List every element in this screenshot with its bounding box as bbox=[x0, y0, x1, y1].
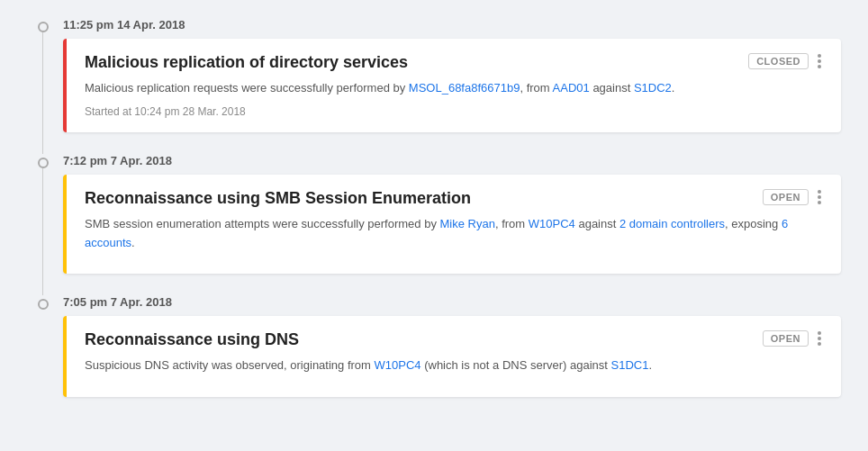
timeline: 11:25 pm 14 Apr. 2018 Malicious replicat… bbox=[27, 18, 841, 397]
timeline-timestamp: 7:12 pm 7 Apr. 2018 bbox=[63, 154, 841, 167]
card-header: Reconnaissance using DNS OPEN bbox=[85, 330, 823, 349]
timeline-dot bbox=[38, 158, 49, 168]
timeline-item: 11:25 pm 14 Apr. 2018 Malicious replicat… bbox=[63, 18, 841, 132]
link-aad01[interactable]: AAD01 bbox=[553, 81, 590, 95]
card-description: Malicious replication requests were succ… bbox=[85, 79, 823, 98]
card-header: Reconnaissance using SMB Session Enumera… bbox=[85, 189, 823, 208]
link-mikeryan[interactable]: Mike Ryan bbox=[440, 217, 495, 230]
timeline-timestamp: 11:25 pm 14 Apr. 2018 bbox=[63, 18, 841, 32]
more-options-button[interactable] bbox=[816, 190, 823, 204]
link-domain-controllers[interactable]: 2 domain controllers bbox=[619, 217, 725, 230]
link-s1dc1[interactable]: S1DC1 bbox=[611, 358, 649, 372]
card-title: Malicious replication of directory servi… bbox=[85, 53, 734, 72]
link-msol[interactable]: MSOL_68fa8f6671b9 bbox=[409, 81, 520, 95]
link-s1dc2[interactable]: S1DC2 bbox=[634, 81, 672, 95]
alert-card: Reconnaissance using DNS OPEN Suspicious… bbox=[63, 316, 841, 397]
link-w10pc4[interactable]: W10PC4 bbox=[529, 217, 575, 230]
alert-card: Reconnaissance using SMB Session Enumera… bbox=[63, 175, 841, 275]
status-badge: OPEN bbox=[763, 189, 809, 205]
card-description: Suspicious DNS activity was observed, or… bbox=[85, 356, 823, 375]
status-badge: OPEN bbox=[763, 330, 809, 347]
more-options-button[interactable] bbox=[816, 331, 823, 346]
timeline-line bbox=[42, 32, 43, 154]
timeline-dot bbox=[38, 299, 49, 310]
card-actions: OPEN bbox=[763, 330, 823, 347]
timeline-item: 7:05 pm 7 Apr. 2018 Reconnaissance using… bbox=[63, 295, 841, 397]
timeline-line bbox=[42, 168, 43, 296]
status-badge: CLOSED bbox=[748, 53, 809, 69]
card-header: Malicious replication of directory servi… bbox=[85, 53, 823, 72]
more-options-button[interactable] bbox=[816, 54, 823, 68]
alert-card: Malicious replication of directory servi… bbox=[63, 39, 841, 132]
card-title: Reconnaissance using SMB Session Enumera… bbox=[85, 189, 748, 208]
card-meta: Started at 10:24 pm 28 Mar. 2018 bbox=[85, 105, 823, 118]
timeline-item: 7:12 pm 7 Apr. 2018 Reconnaissance using… bbox=[63, 154, 841, 275]
timeline-timestamp: 7:05 pm 7 Apr. 2018 bbox=[63, 295, 841, 309]
card-description: SMB session enumeration attempts were su… bbox=[85, 215, 823, 253]
timeline-dot bbox=[38, 22, 49, 32]
card-actions: CLOSED bbox=[748, 53, 823, 69]
link-w10pc4-dns[interactable]: W10PC4 bbox=[375, 358, 421, 372]
card-title: Reconnaissance using DNS bbox=[85, 330, 748, 349]
card-actions: OPEN bbox=[763, 189, 823, 205]
